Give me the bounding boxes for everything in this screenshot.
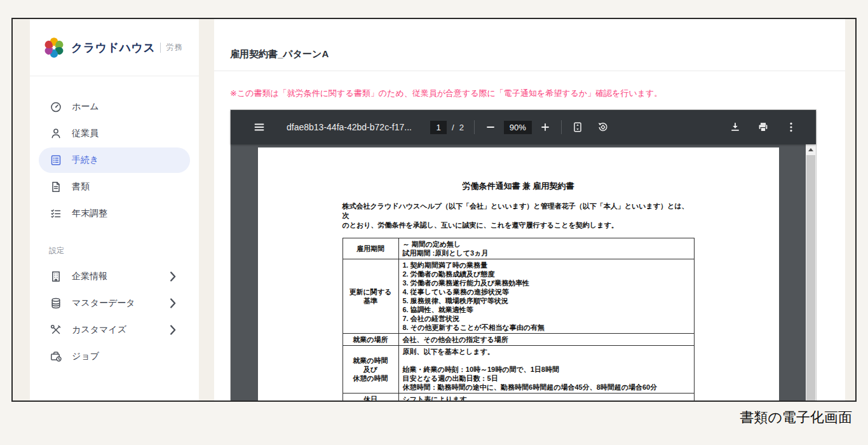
page-title: 雇用契約書_パターンA (214, 19, 845, 71)
row-label-cell: 雇用期間 (342, 238, 398, 259)
more-vertical-icon (785, 121, 797, 133)
sidebar-item-label: 年末調整 (72, 208, 107, 219)
window-frame: クラウドハウス 労務 ホーム 従業員 (11, 18, 857, 402)
print-button[interactable] (757, 121, 769, 133)
pdf-filename: dfae8b13-44fa-42bd-b72c-f17... (287, 122, 421, 132)
zoom-in-icon (539, 121, 551, 133)
chevron-right-icon (166, 324, 179, 336)
row-value-cell: シフト表によります。 (398, 394, 694, 401)
toolbar-right-group (729, 121, 797, 133)
tools-icon (50, 324, 62, 336)
download-icon (729, 121, 741, 133)
sidebar-item-documents[interactable]: 書類 (39, 174, 190, 200)
pdf-viewer: dfae8b13-44fa-42bd-b72c-f17... 1 / 2 90% (230, 109, 817, 400)
pdf-toolbar: dfae8b13-44fa-42bd-b72c-f17... 1 / 2 90% (231, 110, 816, 144)
document-page: 労働条件通知書 兼 雇用契約書 株式会社クラウドハウスヘルプ（以下「会社」といい… (258, 147, 779, 400)
sidebar-nav: ホーム 従業員 手続き 書類 (30, 76, 199, 226)
toolbar-divider (561, 120, 562, 134)
row-label-cell: 休日 (342, 394, 398, 401)
sidebar-item-home[interactable]: ホーム (39, 94, 190, 120)
sidebar-item-label: 企業情報 (72, 271, 107, 282)
chevron-right-icon (166, 297, 179, 310)
zoom-out-button[interactable] (485, 121, 496, 133)
settings-section-label: 設定 (49, 245, 199, 256)
print-icon (757, 121, 769, 133)
page-separator: / (452, 123, 454, 132)
pdf-scrollbar[interactable] (806, 144, 816, 400)
scroll-thumb[interactable] (806, 155, 815, 400)
zoom-out-icon (485, 121, 496, 133)
sidebar-item-company-info[interactable]: 企業情報 (39, 264, 190, 289)
document-intro: 株式会社クラウドハウスヘルプ（以下「会社」といいます）と管理者花子（以下「本人」… (342, 202, 695, 230)
database-icon (50, 297, 62, 310)
sidebar-item-master-data[interactable]: マスターデータ (39, 291, 190, 316)
brand-logo[interactable]: クラウドハウス 労務 (30, 19, 199, 76)
table-row: 休日 シフト表によります。 (342, 394, 694, 401)
tasklist-icon (50, 207, 62, 220)
row-label-cell: 就業の場所 (342, 334, 398, 346)
briefcase-clock-icon (50, 350, 62, 363)
gauge-icon (50, 100, 62, 113)
toolbar-divider (474, 120, 475, 134)
fit-page-button[interactable] (572, 121, 583, 133)
sidebar-item-year-end-adjustment[interactable]: 年末調整 (39, 201, 190, 226)
document-title: 労働条件通知書 兼 雇用契約書 (342, 181, 695, 192)
chevron-right-icon (166, 270, 179, 283)
sidebar-item-label: カスタマイズ (72, 324, 126, 336)
rotate-icon (597, 121, 609, 133)
main-panel: 雇用契約書_パターンA ※この書類は「就労条件に関する書類」のため、従業員が合意… (214, 19, 845, 400)
brand-divider (160, 43, 161, 53)
rotate-button[interactable] (597, 121, 609, 133)
checklist-icon (50, 154, 62, 167)
table-row: 雇用期間 ～ 期間の定め無し 試用期間 :原則として3ヵ月 (342, 238, 694, 259)
screen-caption: 書類の電子化画面 (740, 408, 852, 427)
building-icon (50, 270, 62, 283)
app-sidebar: クラウドハウス 労務 ホーム 従業員 (30, 19, 199, 400)
page-number-input[interactable]: 1 (430, 121, 447, 134)
download-button[interactable] (729, 121, 741, 133)
table-row: 更新に関する 基準 1. 契約期間満了時の業務量 2. 労働者の勤務成績及び態度… (342, 259, 694, 334)
document-icon (50, 181, 62, 193)
row-value-cell: 原則、以下を基本とします。 始業・終業の時刻：10時～19時の間で、1日8時間 … (398, 346, 694, 394)
fit-page-icon (572, 121, 583, 133)
row-label-cell: 就業の時間 及び 休憩の時間 (342, 346, 398, 394)
pdf-menu-button[interactable] (254, 121, 265, 133)
pdf-canvas[interactable]: 労働条件通知書 兼 雇用契約書 株式会社クラウドハウスヘルプ（以下「会社」といい… (231, 144, 806, 400)
sidebar-item-employees[interactable]: 従業員 (39, 121, 190, 146)
sidebar-item-label: 書類 (72, 181, 90, 193)
brand-name: クラウドハウス (71, 40, 155, 55)
page-total: 2 (459, 123, 464, 132)
sidebar-item-label: マスターデータ (72, 298, 135, 309)
sidebar-item-jobs[interactable]: ジョブ (39, 344, 190, 369)
sidebar-item-label: ジョブ (72, 351, 99, 362)
table-row: 就業の時間 及び 休憩の時間 原則、以下を基本とします。 始業・終業の時刻：10… (342, 346, 694, 394)
notice-text: ※この書類は「就労条件に関する書類」のため、従業員が合意する際に「電子通知を希望… (230, 88, 829, 99)
scroll-up-arrow-icon (808, 148, 813, 151)
row-value-cell: 会社、その他会社の指定する場所 (398, 334, 694, 346)
flower-logo-icon (43, 36, 65, 59)
table-row: 就業の場所 会社、その他会社の指定する場所 (342, 334, 694, 346)
scroll-up-button[interactable] (806, 144, 816, 155)
sidebar-item-label: 手続き (72, 154, 98, 166)
sidebar-item-procedures[interactable]: 手続き (39, 147, 190, 173)
zoom-in-button[interactable] (539, 121, 551, 133)
row-value-cell: 1. 契約期間満了時の業務量 2. 労働者の勤務成績及び態度 3. 労働者の業務… (398, 259, 694, 334)
sidebar-item-customize[interactable]: カスタマイズ (39, 317, 190, 343)
sidebar-item-label: 従業員 (72, 128, 98, 139)
person-icon (50, 127, 62, 140)
sidebar-item-label: ホーム (72, 101, 99, 113)
contract-table: 雇用期間 ～ 期間の定め無し 試用期間 :原則として3ヵ月 更新に関する 基準 … (342, 238, 695, 400)
zoom-level-badge: 90% (504, 121, 532, 134)
sidebar-settings-nav: 企業情報 マスターデータ カスタマイズ (30, 264, 199, 369)
more-options-button[interactable] (785, 121, 797, 133)
brand-suffix-label: 労務 (166, 42, 182, 53)
menu-icon (254, 121, 265, 133)
row-value-cell: ～ 期間の定め無し 試用期間 :原則として3ヵ月 (398, 238, 694, 259)
row-label-cell: 更新に関する 基準 (342, 259, 398, 334)
